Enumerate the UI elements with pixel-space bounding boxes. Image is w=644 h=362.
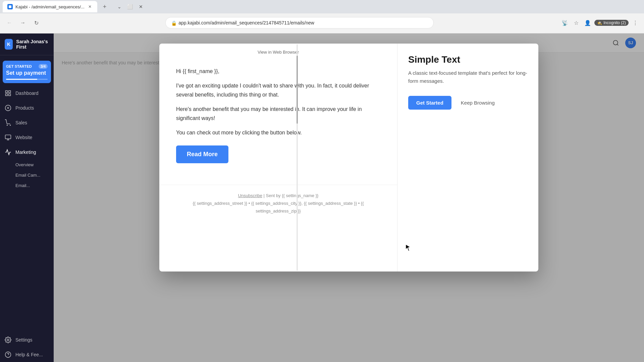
svg-rect-3	[9, 94, 11, 96]
close-window-button[interactable]: ✕	[136, 2, 146, 11]
sidebar-sub-item-email-seq[interactable]: Email...	[0, 180, 54, 191]
footer-address: {{ settings_address_street }} • {{ setti…	[173, 199, 384, 215]
settings-icon	[5, 337, 11, 343]
lock-icon: 🔒	[171, 20, 176, 25]
tab-title: Kajabi - /admin/email_sequences/...	[15, 4, 85, 9]
browser-actions: 📡 ☆ 👤 🕵 Incognito (2) ⋮	[560, 18, 640, 27]
unsubscribe-link[interactable]: Unsubscribe	[238, 193, 262, 198]
app-layout: K Sarah Jonas's First Get Started 3/4 Se…	[0, 34, 644, 362]
incognito-icon: 🕵	[597, 20, 602, 25]
email-preview-scroll[interactable]: View in Web Browser Hi {{ first_name }},…	[159, 44, 397, 272]
sidebar-item-dashboard[interactable]: Dashboard	[0, 86, 54, 101]
sidebar-item-settings[interactable]: Settings	[0, 333, 54, 347]
reload-button[interactable]: ↻	[31, 17, 42, 28]
scrollbar[interactable]	[296, 44, 299, 272]
email-preview-panel: View in Web Browser Hi {{ first_name }},…	[159, 44, 397, 272]
view-in-browser-link[interactable]: View in Web Browser	[258, 50, 299, 55]
svg-rect-8	[5, 135, 11, 139]
sidebar-item-label: Dashboard	[15, 90, 39, 96]
footer-sent-by: | Sent by {{ settings_name }}	[264, 193, 319, 198]
template-title: Simple Text	[408, 54, 528, 65]
url-text: app.kajabi.com/admin/email_sequences/214…	[178, 20, 314, 25]
browser-tab[interactable]: Kajabi - /admin/email_sequences/... ✕	[3, 1, 97, 12]
app-logo[interactable]: K	[5, 39, 13, 50]
menu-button[interactable]: ⋮	[631, 18, 640, 27]
sidebar-item-label: Marketing	[15, 149, 36, 155]
get-started-banner[interactable]: Get Started 3/4 Set up payment	[3, 61, 51, 83]
products-icon	[5, 105, 11, 111]
scroll-thumb	[297, 56, 298, 124]
svg-point-11	[7, 339, 9, 341]
svg-rect-1	[6, 91, 8, 93]
get-started-label: Get Started 3/4	[6, 64, 48, 69]
sidebar-item-label: Settings	[15, 337, 33, 343]
cast-button[interactable]: 📡	[560, 18, 570, 27]
svg-rect-2	[9, 91, 11, 93]
svg-point-7	[10, 125, 11, 126]
template-panel: Simple Text A classic text-focused templ…	[397, 44, 538, 272]
sidebar-item-sales[interactable]: Sales	[0, 115, 54, 130]
browser-chrome: Kajabi - /admin/email_sequences/... ✕ + …	[0, 0, 644, 34]
email-greeting: Hi {{ first_name }},	[176, 67, 380, 76]
sidebar-sub-item-overview[interactable]: Overview	[0, 160, 54, 170]
email-paragraph-3: You can check out more by clicking the b…	[176, 128, 380, 137]
email-cta-button[interactable]: Read More	[176, 145, 228, 163]
sidebar-item-label: Sales	[15, 120, 27, 125]
email-paragraph-2: Here's another benefit that you may be i…	[176, 105, 380, 123]
help-icon	[5, 351, 11, 358]
footer-line-1: Unsubscribe | Sent by {{ settings_name }…	[173, 192, 384, 199]
email-body: Hi {{ first_name }}, I've got an excitin…	[159, 60, 397, 185]
template-actions: Get Started Keep Browsing	[408, 96, 528, 110]
sidebar-item-label: Help & Fee...	[15, 352, 43, 357]
sidebar-item-label: Website	[15, 135, 32, 140]
email-button-wrap: Read More	[176, 145, 380, 163]
app-title: Sarah Jonas's First	[16, 39, 49, 50]
back-button[interactable]: ←	[4, 17, 15, 28]
email-paragraph-1: I've got an exciting update I couldn't w…	[176, 81, 380, 99]
progress-bar	[6, 79, 48, 80]
template-selection-modal: View in Web Browser Hi {{ first_name }},…	[159, 44, 538, 272]
sidebar-item-help[interactable]: Help & Fee...	[0, 347, 54, 362]
modal-overlay[interactable]: View in Web Browser Hi {{ first_name }},…	[54, 34, 644, 362]
sidebar-item-label: Products	[15, 105, 34, 111]
get-started-badge: 3/4	[39, 64, 48, 69]
svg-rect-4	[6, 94, 8, 96]
tab-close-button[interactable]: ✕	[87, 4, 93, 9]
browser-titlebar: Kajabi - /admin/email_sequences/... ✕ + …	[0, 0, 644, 13]
new-tab-button[interactable]: +	[100, 2, 109, 11]
dashboard-icon	[5, 90, 11, 97]
sidebar-nav: Get Started 3/4 Set up payment Dashboard…	[0, 55, 54, 333]
sidebar-item-website[interactable]: Website	[0, 130, 54, 145]
incognito-badge[interactable]: 🕵 Incognito (2)	[594, 20, 629, 26]
svg-rect-0	[9, 5, 11, 8]
sales-icon	[5, 119, 11, 126]
main-content: SJ Here's another benefit that you may b…	[54, 34, 644, 362]
browser-toolbar: ← → ↻ 🔒 app.kajabi.com/admin/email_seque…	[0, 13, 644, 32]
window-controls: ⌄ ⬜ ✕	[115, 2, 146, 11]
sidebar-bottom: Settings Help & Fee...	[0, 333, 54, 362]
sidebar-item-marketing[interactable]: Marketing	[0, 145, 54, 160]
forward-button[interactable]: →	[17, 17, 28, 28]
sidebar: K Sarah Jonas's First Get Started 3/4 Se…	[0, 34, 54, 362]
bookmark-button[interactable]: ☆	[572, 18, 581, 27]
get-started-title: Set up payment	[6, 70, 48, 76]
tab-favicon	[7, 4, 13, 9]
email-footer: Unsubscribe | Sent by {{ settings_name }…	[159, 185, 397, 222]
progress-fill	[6, 79, 37, 80]
address-bar[interactable]: 🔒 app.kajabi.com/admin/email_sequences/2…	[165, 17, 434, 28]
minimize-button[interactable]: ⌄	[115, 2, 124, 11]
marketing-icon	[5, 149, 11, 156]
incognito-label: Incognito (2)	[603, 20, 626, 25]
keep-browsing-button[interactable]: Keep Browsing	[458, 97, 497, 108]
template-description: A classic text-focused template that's p…	[408, 69, 528, 85]
maximize-button[interactable]: ⬜	[125, 2, 135, 11]
sidebar-item-products[interactable]: Products	[0, 101, 54, 115]
view-in-browser[interactable]: View in Web Browser	[159, 44, 397, 60]
sidebar-sub-item-email-campaigns[interactable]: Email Cam...	[0, 170, 54, 180]
scroll-track	[297, 44, 298, 271]
sidebar-header: K Sarah Jonas's First	[0, 34, 54, 55]
get-started-button[interactable]: Get Started	[408, 96, 451, 110]
profile-button[interactable]: 👤	[583, 18, 592, 27]
svg-point-6	[7, 125, 8, 126]
website-icon	[5, 134, 11, 141]
